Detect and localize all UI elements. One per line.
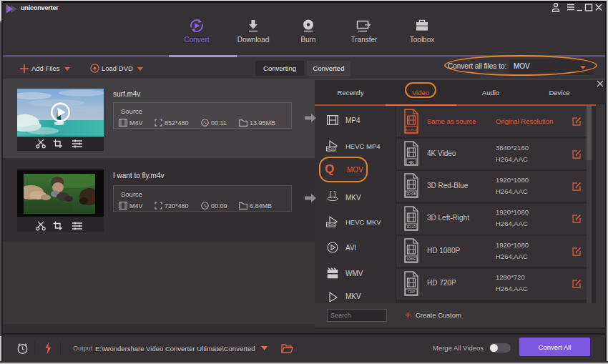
svg-text:HEVC: HEVC [326, 147, 335, 151]
svg-text:SOURCE: SOURCE [405, 128, 417, 132]
svg-text:HEVC: HEVC [326, 223, 335, 227]
svg-text:4K: 4K [408, 160, 413, 164]
svg-text:3D RB: 3D RB [406, 192, 416, 196]
svg-text:720P: 720P [408, 290, 416, 294]
svg-text:1080P: 1080P [406, 257, 416, 261]
svg-text:3D LR: 3D LR [407, 225, 417, 229]
